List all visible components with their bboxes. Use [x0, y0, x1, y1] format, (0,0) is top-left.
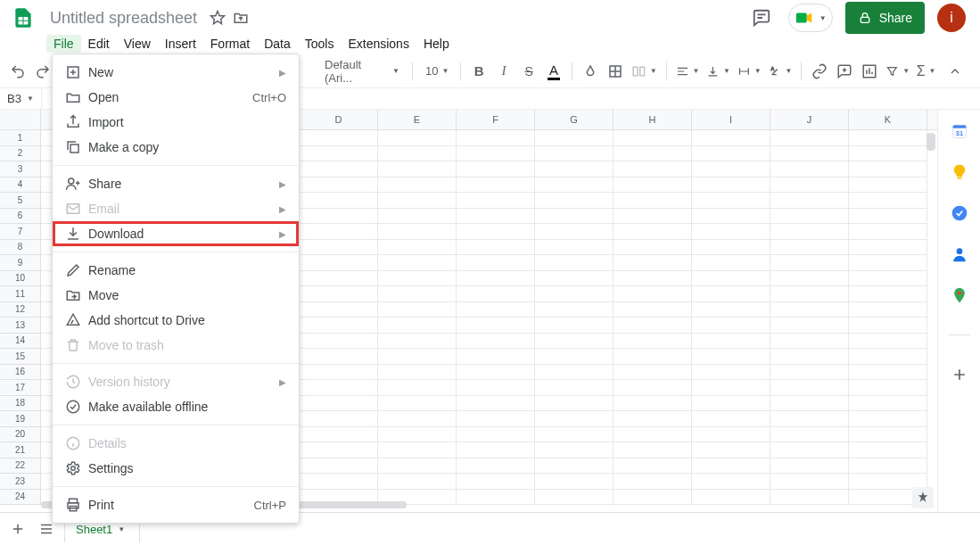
sheets-logo[interactable]	[7, 2, 39, 34]
cell[interactable]	[378, 474, 457, 490]
star-icon[interactable]	[210, 10, 226, 26]
cell[interactable]	[457, 178, 535, 194]
row-header[interactable]: 9	[0, 255, 41, 271]
filter-button[interactable]: ▼	[884, 60, 911, 83]
cell[interactable]	[378, 178, 457, 194]
cell[interactable]	[378, 411, 457, 427]
cell[interactable]	[614, 286, 692, 302]
cell[interactable]	[614, 396, 692, 412]
cell[interactable]	[849, 209, 927, 225]
column-header[interactable]: K	[849, 110, 927, 129]
column-header[interactable]: I	[692, 110, 770, 129]
merge-cells-button[interactable]: ▼	[630, 60, 659, 83]
cell[interactable]	[614, 271, 692, 287]
menu-item-move[interactable]: Move	[53, 283, 299, 308]
cell[interactable]	[378, 193, 457, 209]
row-header[interactable]: 6	[0, 209, 41, 225]
cell[interactable]	[692, 411, 770, 427]
cell[interactable]	[300, 380, 378, 396]
cell[interactable]	[378, 286, 457, 302]
cell[interactable]	[300, 427, 378, 443]
cell[interactable]	[378, 161, 457, 178]
cell[interactable]	[770, 490, 849, 506]
cell[interactable]	[378, 255, 457, 271]
cell[interactable]	[692, 396, 770, 412]
cell[interactable]	[770, 255, 849, 271]
menu-data[interactable]: Data	[257, 35, 298, 53]
cell[interactable]	[849, 286, 927, 302]
cell[interactable]	[614, 255, 692, 271]
cell[interactable]	[300, 365, 378, 381]
cell[interactable]	[457, 224, 535, 240]
cell[interactable]	[770, 302, 849, 318]
cell[interactable]	[849, 161, 927, 178]
cell[interactable]	[378, 365, 457, 381]
cell[interactable]	[770, 380, 849, 396]
cell[interactable]	[692, 161, 770, 178]
add-sheet-button[interactable]	[7, 521, 29, 537]
cell[interactable]	[770, 240, 849, 256]
cell[interactable]	[535, 255, 614, 271]
cell[interactable]	[849, 427, 927, 443]
cell[interactable]	[849, 411, 927, 427]
cell[interactable]	[849, 224, 927, 240]
row-header[interactable]: 19	[0, 411, 41, 427]
cell[interactable]	[300, 130, 378, 146]
cell[interactable]	[535, 411, 614, 427]
cell[interactable]	[457, 349, 535, 365]
cell[interactable]	[457, 365, 535, 381]
meet-button[interactable]: ▼	[788, 4, 833, 32]
cell[interactable]	[614, 458, 692, 475]
cell[interactable]	[692, 193, 770, 209]
column-header[interactable]: J	[770, 110, 849, 129]
cell[interactable]	[770, 161, 849, 178]
insert-comment-button[interactable]	[834, 60, 855, 83]
row-header[interactable]: 18	[0, 396, 41, 412]
menu-view[interactable]: View	[117, 35, 158, 53]
insert-chart-button[interactable]	[859, 60, 880, 83]
cell[interactable]	[378, 130, 457, 146]
menu-file[interactable]: File	[46, 35, 81, 53]
cell[interactable]	[849, 318, 927, 334]
cell[interactable]	[849, 271, 927, 287]
cell[interactable]	[378, 146, 457, 162]
undo-button[interactable]	[7, 60, 29, 83]
cell[interactable]	[849, 396, 927, 412]
maps-icon[interactable]	[951, 286, 968, 304]
cell[interactable]	[300, 302, 378, 318]
cell[interactable]	[457, 146, 535, 162]
cell[interactable]	[692, 349, 770, 365]
cell[interactable]	[692, 334, 770, 350]
row-header[interactable]: 14	[0, 334, 41, 350]
move-to-folder-icon[interactable]	[233, 10, 249, 26]
row-header[interactable]: 12	[0, 302, 41, 318]
cell[interactable]	[300, 286, 378, 302]
share-button[interactable]: Share	[845, 2, 925, 34]
tasks-icon[interactable]	[951, 204, 968, 222]
borders-button[interactable]	[605, 60, 626, 83]
keep-icon[interactable]	[951, 163, 968, 181]
text-wrap-button[interactable]: ▼	[736, 60, 763, 83]
cell[interactable]	[692, 365, 770, 381]
text-rotation-button[interactable]: A▼	[767, 60, 795, 83]
cell[interactable]	[692, 209, 770, 225]
column-header[interactable]: F	[457, 110, 535, 129]
cell[interactable]	[692, 130, 770, 146]
calendar-icon[interactable]: 31	[951, 122, 968, 140]
cell[interactable]	[300, 209, 378, 225]
name-box[interactable]: B3 ▼	[0, 92, 41, 105]
account-avatar[interactable]: i	[937, 4, 966, 32]
cell[interactable]	[849, 193, 927, 209]
redo-button[interactable]	[32, 60, 54, 83]
cell[interactable]	[692, 271, 770, 287]
cell[interactable]	[614, 490, 692, 506]
collapse-toolbar-button[interactable]	[944, 60, 966, 83]
cell[interactable]	[457, 302, 535, 318]
column-header[interactable]: E	[378, 110, 457, 129]
cell[interactable]	[770, 318, 849, 334]
cell[interactable]	[378, 458, 457, 475]
cell[interactable]	[692, 224, 770, 240]
cell[interactable]	[535, 349, 614, 365]
cell[interactable]	[692, 427, 770, 443]
cell[interactable]	[535, 318, 614, 334]
